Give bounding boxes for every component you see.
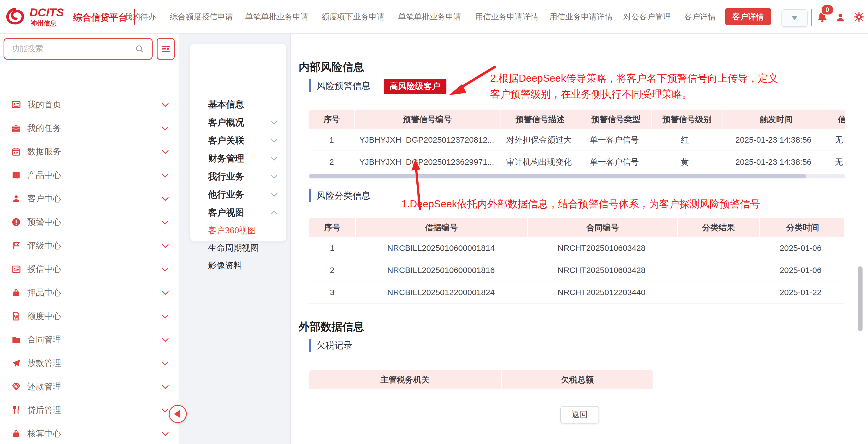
table-row[interactable]: 2 YJBHYJXH_DGP20250123629971... 审计机构出现变化… — [309, 151, 845, 173]
chevron-down-icon — [162, 288, 168, 295]
map-icon — [11, 171, 21, 180]
submenu-item-customer-view[interactable]: 客户视图 — [208, 205, 276, 220]
vertical-scrollbar[interactable] — [858, 266, 863, 331]
table-row[interactable]: 2 NRCBILL2025010600001816 NRCHT202501060… — [309, 259, 844, 282]
header-divider — [811, 9, 812, 26]
submenu-item-basic-info[interactable]: 基本信息 — [208, 97, 276, 112]
sidebar-item-accounting-center[interactable]: 核算中心 — [11, 425, 168, 442]
chevron-down-icon — [162, 358, 168, 365]
section-bar — [309, 79, 311, 92]
tab-credit-use-detail-1[interactable]: 用信业务申请详情 — [475, 0, 538, 33]
col-header: 欠税总额 — [502, 370, 653, 389]
sidebar-item-product-center[interactable]: 产品中心 — [11, 167, 168, 183]
menu-collapse-button[interactable] — [157, 38, 175, 60]
annotation-note2-line2: 客户预警级别，在业务侧执行不同受理策略。 — [490, 87, 692, 101]
tab-customer-detail-active[interactable]: 客户详情 — [725, 8, 771, 25]
section-bar — [309, 339, 311, 352]
sidebar-item-credit-center[interactable]: 授信中心 — [11, 261, 168, 277]
submenu-item-customer-overview[interactable]: 客户概况 — [208, 115, 276, 130]
col-header: 触发时间 — [722, 110, 830, 129]
external-data-title: 外部数据信息 — [299, 319, 364, 334]
tab-my-todo[interactable]: 我的待办 — [124, 0, 156, 33]
alert-circle-icon — [11, 217, 21, 227]
col-header: 预警信号编号 — [355, 110, 500, 129]
logo-subtext: 神州信息 — [31, 19, 57, 28]
col-header: 合同编号 — [528, 218, 678, 237]
arrow-left-icon — [174, 410, 180, 418]
scrollbar-thumb[interactable] — [309, 174, 806, 178]
col-header: 序号 — [309, 218, 356, 237]
table-row[interactable]: 3 NRCBILL2025012200001824 NRCHT202501220… — [309, 282, 844, 303]
dcits-logo-icon — [4, 7, 24, 27]
col-header: 信号状态 — [830, 110, 845, 129]
tab-overflow-dropdown[interactable] — [781, 9, 808, 27]
chevron-down-icon — [162, 123, 168, 130]
chevron-down-icon — [162, 429, 168, 436]
chevron-down-icon — [162, 217, 168, 224]
col-header: 主管税务机关 — [309, 370, 502, 389]
table-row[interactable]: 1 YJBHYJXH_DGP20250123720812... 对外担保金额过大… — [309, 129, 845, 151]
gem-icon — [11, 382, 21, 391]
chevron-down-icon — [162, 241, 168, 248]
tab-under-limit-apply[interactable]: 额度项下业务申请 — [321, 0, 385, 33]
sidebar-item-my-tasks[interactable]: 我的任务 — [11, 120, 168, 136]
chevron-up-icon — [271, 211, 277, 217]
search-icon[interactable] — [135, 44, 144, 54]
back-button[interactable]: 返回 — [560, 406, 599, 423]
sidebar-item-customer-center[interactable]: 客户中心 — [11, 190, 168, 207]
submenu-item-other-bank-business[interactable]: 他行业务 — [208, 187, 276, 202]
col-header: 分类时间 — [760, 218, 844, 237]
table-row[interactable]: 1 NRCBILL2025010600001814 NRCHT202501060… — [309, 237, 844, 259]
internal-risk-title: 内部风险信息 — [299, 60, 364, 75]
chevron-down-icon — [162, 171, 168, 177]
submenu-item-customer-360-view[interactable]: 客户360视图 — [208, 223, 276, 238]
sidebar-item-rating-center[interactable]: 评级中心 — [11, 237, 168, 254]
sidebar-item-contract-mgmt[interactable]: 合同管理 — [11, 331, 168, 348]
search-input[interactable] — [11, 40, 132, 57]
horizontal-scrollbar[interactable] — [309, 174, 845, 178]
col-header: 预警信号级别 — [652, 110, 722, 129]
gear-icon[interactable] — [853, 11, 865, 23]
chevron-down-icon — [162, 147, 168, 154]
calendar-icon — [11, 147, 21, 156]
user-profile-icon[interactable] — [835, 12, 846, 23]
submenu-item-lifecycle-view[interactable]: 生命周期视图 — [208, 240, 276, 256]
submenu-item-our-bank-business[interactable]: 我行业务 — [208, 169, 276, 184]
idcard-icon — [11, 265, 21, 274]
table-header-row: 序号 借据编号 合同编号 分类结果 分类时间 — [309, 218, 844, 237]
sidebar-item-limit-center[interactable]: 额度中心 — [11, 308, 168, 324]
tab-credit-line-apply[interactable]: 综合额度授信申请 — [170, 0, 233, 33]
col-header: 序号 — [309, 110, 355, 129]
sidebar-item-collateral-center[interactable]: 押品中心 — [11, 285, 168, 301]
chevron-down-icon — [271, 155, 277, 161]
folder-icon — [11, 335, 21, 344]
sidebar-item-data-services[interactable]: 数据服务 — [11, 143, 168, 160]
sidebar-item-post-loan-mgmt[interactable]: 贷后管理 — [11, 402, 168, 418]
sidebar-item-loan-disburse-mgmt[interactable]: 放款管理 — [11, 355, 168, 371]
notification-badge: 0 — [821, 4, 834, 15]
submenu-item-customer-relations[interactable]: 客户关联 — [208, 133, 276, 148]
tab-customer-detail[interactable]: 客户详情 — [684, 0, 716, 33]
tab-corp-customer-mgmt[interactable]: 对公客户管理 — [623, 0, 671, 33]
tab-single-batch-1[interactable]: 单笔单批业务申请 — [245, 0, 309, 33]
chevron-down-icon — [162, 406, 168, 412]
user-icon — [11, 194, 21, 203]
bag-icon — [11, 288, 21, 297]
sidebar-item-my-home[interactable]: 我的首页 — [11, 96, 168, 113]
sidebar-item-repayment-mgmt[interactable]: 还款管理 — [11, 378, 168, 395]
risk-warning-table: 序号 预警信号编号 预警信号描述 预警信号类型 预警信号级别 触发时间 信号状态… — [309, 110, 845, 173]
sidebar-item-warning-center[interactable]: 预警中心 — [11, 214, 168, 230]
section-bar — [309, 189, 311, 202]
tab-single-batch-2[interactable]: 单笔单批业务申请 — [398, 0, 461, 33]
chevron-down-icon — [792, 16, 798, 20]
sidebar-collapse-button[interactable] — [169, 405, 187, 423]
app-window: DCITS 神州信息 综合信贷平台 我的待办 综合额度授信申请 单笔单批业务申请… — [0, 0, 868, 444]
col-header: 预警信号描述 — [500, 110, 580, 129]
submenu-item-financial-mgmt[interactable]: 财务管理 — [208, 151, 276, 166]
submenu-item-image-materials[interactable]: 影像资料 — [208, 258, 276, 273]
table-header-row: 主管税务机关 欠税总额 — [309, 370, 653, 389]
app-name: 综合信贷平台 — [73, 11, 127, 24]
bag-icon — [11, 429, 21, 438]
risk-warning-section-header: 风险预警信息 — [309, 79, 371, 92]
tab-credit-use-detail-2[interactable]: 用信业务申请详情 — [549, 0, 613, 33]
